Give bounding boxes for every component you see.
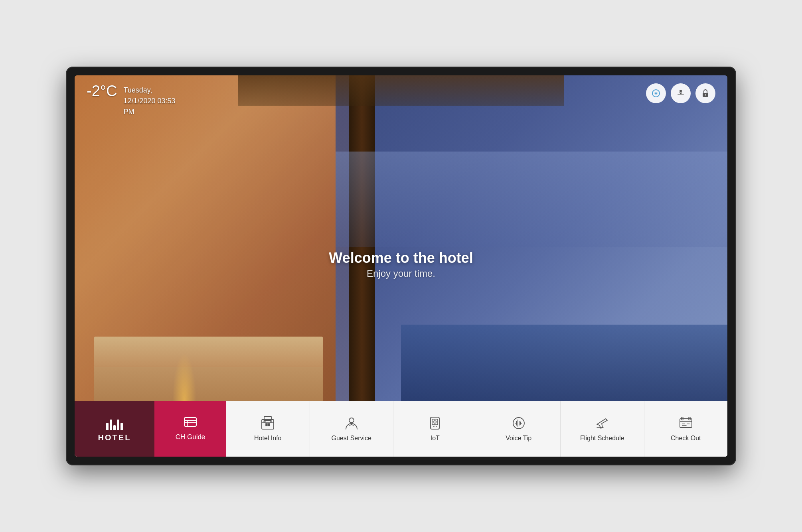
svg-rect-9 [184, 418, 196, 426]
alexa-button[interactable] [646, 83, 666, 103]
flight-schedule-label: Flight Schedule [580, 435, 624, 442]
hotel-logo-section: HOTEL [75, 401, 154, 457]
check-out-icon [678, 416, 693, 431]
nav-item-iot[interactable]: IoT [393, 401, 477, 457]
navigation-bar: HOTEL CH Guide [75, 401, 727, 457]
nav-item-flight-schedule[interactable]: Flight Schedule [561, 401, 644, 457]
weather-time-widget: -2°C Tuesday, 12/1/2020 03:53 PM [87, 83, 176, 117]
check-out-label: Check Out [671, 435, 701, 442]
guest-service-icon [344, 416, 359, 431]
lock-icon [701, 89, 710, 98]
top-icons-group [646, 83, 715, 103]
voice-tip-label: Voice Tip [506, 435, 531, 442]
tv-screen: -2°C Tuesday, 12/1/2020 03:53 PM [75, 75, 727, 457]
ch-guide-label: CH Guide [176, 433, 205, 441]
tv-frame: -2°C Tuesday, 12/1/2020 03:53 PM [66, 67, 736, 465]
alexa-icon [651, 89, 661, 98]
temperature-display: -2°C [87, 83, 117, 99]
iot-icon [427, 416, 442, 431]
service-button[interactable] [671, 83, 691, 103]
svg-rect-6 [680, 93, 682, 94]
hotel-info-icon [260, 416, 275, 431]
voice-tip-icon [511, 416, 526, 431]
svg-rect-15 [266, 424, 267, 426]
datetime-display: Tuesday, 12/1/2020 03:53 PM [123, 85, 175, 117]
flight-schedule-icon [595, 416, 610, 431]
welcome-title: Welcome to the hotel [329, 250, 473, 266]
svg-point-3 [680, 90, 682, 92]
nav-item-check-out[interactable]: Check Out [644, 401, 728, 457]
svg-point-26 [434, 421, 436, 423]
hotel-info-label: Hotel Info [254, 435, 281, 442]
nav-item-voice-tip[interactable]: Voice Tip [477, 401, 561, 457]
svg-point-20 [349, 418, 354, 423]
top-bar: -2°C Tuesday, 12/1/2020 03:53 PM [75, 75, 727, 125]
nav-item-guest-service[interactable]: Guest Service [310, 401, 394, 457]
guest-service-label: Guest Service [332, 435, 371, 442]
dnd-button[interactable] [695, 83, 715, 103]
svg-rect-19 [270, 421, 272, 422]
welcome-message: Welcome to the hotel Enjoy your time. [329, 250, 473, 279]
iot-label: IoT [431, 435, 440, 442]
welcome-subtitle: Enjoy your time. [329, 268, 473, 279]
svg-point-2 [655, 93, 657, 94]
svg-point-8 [705, 95, 706, 96]
ch-guide-button[interactable]: CH Guide [154, 401, 226, 457]
nav-item-hotel-info[interactable]: Hotel Info [226, 401, 310, 457]
service-icon [676, 89, 685, 98]
svg-rect-16 [268, 424, 270, 426]
svg-rect-18 [264, 421, 265, 422]
hotel-logo-text: HOTEL [98, 433, 131, 442]
hotel-bars-icon [106, 416, 123, 430]
nav-items-group: Hotel Info Guest Service [226, 401, 727, 457]
ch-guide-icon [184, 416, 197, 429]
